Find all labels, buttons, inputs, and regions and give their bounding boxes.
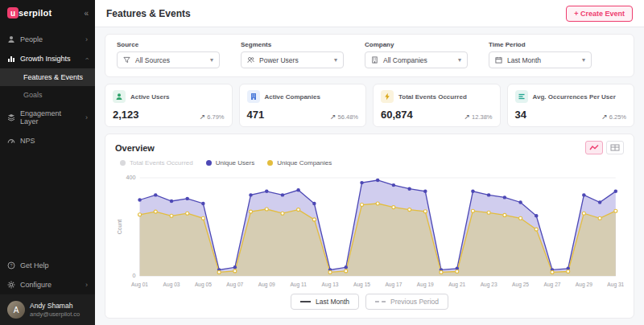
stat-card-avg-occurrences: Avg. Occurrences Per User 34 ↗6.25% [507, 84, 635, 127]
svg-text:Aug 09: Aug 09 [258, 282, 275, 288]
user-email: andy@userpilot.co [30, 311, 80, 318]
sidebar-item-goals[interactable]: Goals [0, 86, 95, 104]
filter-time-period: Time Period Last Month ▾ [489, 41, 592, 68]
sidebar-item-label: NPS [20, 137, 35, 145]
overview-title: Overview [115, 143, 155, 153]
create-event-button[interactable]: + Create Event [566, 6, 633, 22]
sidebar-item-engagement-layer[interactable]: Engagement Layer › [0, 104, 95, 131]
time-period-select[interactable]: Last Month ▾ [489, 51, 592, 68]
svg-text:Aug 19: Aug 19 [417, 282, 434, 288]
app-window: u serpilot « People › Growth Insights › … [0, 0, 644, 325]
filter-label: Source [117, 41, 220, 48]
period-buttons: Last Month Previous Period [115, 290, 624, 311]
filter-label: Segments [241, 41, 344, 48]
svg-text:Aug 15: Aug 15 [353, 282, 370, 288]
svg-text:Aug 11: Aug 11 [290, 282, 307, 288]
chevron-right-icon: › [85, 281, 88, 289]
user-menu[interactable]: A Andy Shamah andy@userpilot.co [0, 294, 95, 325]
sidebar-item-configure[interactable]: Configure › [0, 275, 95, 294]
legend-dot [120, 160, 126, 166]
last-month-button[interactable]: Last Month [291, 294, 359, 310]
sidebar-item-label: Engagement Layer [20, 109, 80, 125]
solid-line-icon [300, 301, 311, 302]
svg-text:0: 0 [133, 274, 136, 279]
svg-text:Aug 25: Aug 25 [512, 282, 529, 288]
svg-text:Aug 29: Aug 29 [576, 282, 592, 288]
sidebar-item-get-help[interactable]: ? Get Help [0, 256, 95, 275]
sidebar-item-nps[interactable]: NPS [0, 131, 95, 150]
svg-text:Count: Count [117, 220, 122, 235]
segments-select[interactable]: Power Users ▾ [241, 51, 344, 68]
source-select[interactable]: All Sources ▾ [117, 51, 220, 68]
stats-row: Active Users 2,123 ↗6.79% Active Compani… [105, 84, 634, 127]
filter-company: Company All Companies ▾ [365, 41, 468, 68]
content: Source All Sources ▾ Segments Power User… [95, 27, 644, 325]
trend-up-icon: ↗ [601, 113, 608, 121]
stat-value: 34 [515, 109, 526, 121]
stat-trend: ↗6.79% [200, 113, 225, 121]
legend-dot [267, 160, 273, 166]
active-users-icon [113, 90, 126, 103]
stat-trend: ↗12.38% [464, 113, 493, 121]
help-icon: ? [7, 261, 15, 269]
filter-source: Source All Sources ▾ [117, 41, 220, 68]
overview-chart[interactable]: 0400CountAug 01Aug 03Aug 05Aug 07Aug 09A… [115, 170, 624, 290]
filter-segments: Segments Power Users ▾ [241, 41, 344, 68]
legend-dot [206, 160, 212, 166]
sidebar-item-label: Growth Insights [20, 55, 71, 63]
company-select[interactable]: All Companies ▾ [365, 51, 468, 68]
chevron-up-icon: › [83, 58, 91, 60]
main-area: Features & Events + Create Event Source … [95, 0, 644, 325]
legend-unique-users[interactable]: Unique Users [206, 159, 254, 167]
gauge-icon [7, 137, 15, 145]
svg-text:Aug 27: Aug 27 [544, 282, 561, 288]
trend-up-icon: ↗ [200, 113, 206, 121]
sidebar-item-growth-insights[interactable]: Growth Insights › [0, 49, 95, 68]
chart-area[interactable]: 0400CountAug 01Aug 03Aug 05Aug 07Aug 09A… [115, 170, 624, 290]
sidebar-item-features-events[interactable]: Features & Events [0, 68, 95, 86]
bar-chart-icon [7, 55, 15, 63]
stat-card-total-events: Total Events Occurred 60,874 ↗12.38% [373, 84, 501, 127]
events-lightning-icon [381, 90, 394, 103]
svg-text:400: 400 [126, 175, 136, 181]
chart-legend: Total Events Occurred Unique Users Uniqu… [115, 158, 624, 170]
trend-up-icon: ↗ [330, 113, 336, 121]
filters-bar: Source All Sources ▾ Segments Power User… [105, 34, 634, 77]
collapse-sidebar-icon[interactable]: « [84, 9, 89, 18]
select-value: All Sources [135, 56, 170, 64]
stat-trend: ↗56.48% [330, 113, 358, 121]
stat-label: Avg. Occurrences Per User [533, 93, 616, 101]
svg-text:Aug 31: Aug 31 [607, 282, 624, 288]
line-chart-toggle[interactable] [585, 141, 603, 154]
filter-label: Time Period [489, 41, 592, 48]
user-name: Andy Shamah [30, 302, 80, 311]
sidebar: u serpilot « People › Growth Insights › … [0, 0, 95, 325]
stat-label: Active Companies [265, 93, 320, 101]
logo: u serpilot « [0, 0, 95, 27]
svg-text:Aug 07: Aug 07 [226, 282, 243, 288]
previous-period-button[interactable]: Previous Period [365, 294, 448, 310]
stat-value: 471 [247, 109, 265, 121]
table-chart-toggle[interactable] [606, 141, 624, 154]
legend-total-events[interactable]: Total Events Occurred [120, 159, 193, 167]
stat-label: Active Users [130, 93, 169, 101]
sidebar-item-people[interactable]: People › [0, 30, 95, 49]
legend-unique-companies[interactable]: Unique Companies [267, 159, 332, 167]
stat-trend: ↗6.25% [601, 113, 626, 121]
select-value: Last Month [507, 56, 541, 64]
svg-text:Aug 05: Aug 05 [195, 282, 212, 288]
filter-label: Company [365, 41, 468, 48]
sidebar-item-label: Configure [20, 281, 52, 289]
caret-down-icon: ▾ [210, 56, 213, 64]
person-icon [7, 35, 15, 43]
svg-text:Aug 13: Aug 13 [322, 282, 339, 288]
chevron-right-icon: › [85, 35, 88, 43]
sidebar-item-label: People [20, 35, 43, 43]
chevron-right-icon: › [85, 113, 88, 121]
svg-text:?: ? [10, 263, 12, 268]
overview-card: Overview Total Events Occurred [105, 134, 634, 319]
stat-value: 60,874 [381, 109, 413, 121]
chart-type-toggle [585, 141, 624, 154]
stat-card-active-users: Active Users 2,123 ↗6.79% [105, 84, 233, 127]
topbar: Features & Events + Create Event [95, 0, 644, 27]
